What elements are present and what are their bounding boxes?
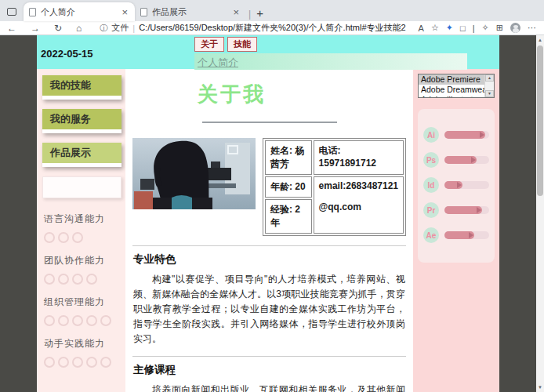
section-title: 主修课程 bbox=[133, 363, 405, 377]
collections-icon[interactable]: □ bbox=[460, 24, 466, 33]
sidebar-item-label: 我的服务 bbox=[42, 109, 121, 129]
rating-dot-icon bbox=[44, 232, 55, 243]
sidebar-item-empty[interactable] bbox=[42, 176, 121, 198]
skill-fill bbox=[444, 131, 485, 139]
tab-separator: | bbox=[248, 9, 251, 20]
tab-close-icon[interactable]: × bbox=[231, 6, 241, 18]
tab-skills[interactable]: 技能 bbox=[227, 37, 257, 52]
page-favicon-icon bbox=[29, 8, 36, 16]
ability-label: 语言沟通能力 bbox=[44, 212, 125, 226]
ability-rating bbox=[44, 274, 125, 286]
tab-title: 个人简介 bbox=[41, 6, 120, 18]
listbox-option[interactable]: Adobe Dreamweaver bbox=[419, 85, 484, 95]
scroll-up-icon[interactable]: ▲ bbox=[536, 35, 544, 45]
scrollbar-thumb[interactable] bbox=[537, 45, 543, 196]
skill-track bbox=[444, 181, 489, 189]
extension-icon[interactable]: ✦ bbox=[446, 23, 453, 33]
listbox-option[interactable]: Adobe illustrator bbox=[419, 95, 484, 97]
more-menu-icon[interactable]: ⋯ bbox=[528, 23, 536, 33]
skill-fill bbox=[444, 231, 474, 239]
profile-link[interactable]: 个人简介 bbox=[198, 56, 238, 68]
ability-item: 组织管理能力 bbox=[44, 296, 125, 328]
skills-panel: Adobe Premiere Adobe Dreamweaver Adobe i… bbox=[413, 69, 499, 392]
skill-track bbox=[444, 206, 489, 214]
software-listbox[interactable]: Adobe Premiere Adobe Dreamweaver Adobe i… bbox=[418, 74, 495, 98]
section-features: 专业特色 构建"以赛促学、项目导向"的人才培养模式，培养网站、视频、新媒体融合的… bbox=[132, 245, 406, 347]
app-badge-ae: Ae bbox=[423, 227, 439, 243]
tab-about[interactable]: 关于 bbox=[194, 37, 224, 52]
browser-titlebar: 个人简介 × 作品展示 × | + bbox=[0, 0, 544, 21]
email-line: @qq.com bbox=[319, 201, 398, 212]
favorite-icon[interactable]: ☆ bbox=[431, 23, 439, 33]
address-divider: | bbox=[132, 24, 135, 33]
browser-tab-profile[interactable]: 个人简介 × bbox=[24, 2, 135, 21]
table-row: 姓名: 杨茜芳 电话: 15971891712 bbox=[265, 140, 404, 175]
skill-fill bbox=[444, 181, 462, 189]
date-label: 2022-05-15 bbox=[41, 48, 93, 60]
forward-icon[interactable]: → bbox=[24, 23, 47, 34]
skill-row: Ps bbox=[423, 152, 489, 168]
scroll-down-icon[interactable]: ▼ bbox=[536, 383, 544, 392]
rating-dot-icon bbox=[58, 315, 69, 326]
toolbar-divider: | bbox=[473, 24, 475, 33]
split-screen-icon[interactable]: ⊞ bbox=[496, 23, 503, 33]
tab-title: 作品展示 bbox=[152, 6, 231, 18]
rating-dot-icon bbox=[72, 232, 83, 243]
read-aloud-icon[interactable]: A bbox=[419, 24, 424, 33]
address-scheme-label: 文件 bbox=[111, 22, 129, 34]
skill-row: Ae bbox=[423, 227, 489, 243]
email-cell: email:2683487121 @qq.com bbox=[314, 176, 404, 234]
new-tab-button[interactable]: + bbox=[253, 6, 270, 21]
rating-dot-icon bbox=[72, 274, 83, 285]
app-badge-ps: Ps bbox=[423, 152, 439, 168]
skill-fill bbox=[444, 156, 477, 164]
skill-row: Ai bbox=[423, 127, 489, 143]
top-banner: 2022-05-15 关于 技能 个人简介 bbox=[37, 35, 499, 69]
ability-label: 组织管理能力 bbox=[44, 296, 125, 309]
refresh-icon[interactable]: ↻ bbox=[47, 23, 69, 34]
ability-item: 语言沟通能力 bbox=[44, 212, 125, 245]
rating-dot-icon bbox=[72, 315, 83, 326]
rating-dot-icon bbox=[58, 357, 69, 368]
scroll-down-icon[interactable]: ▼ bbox=[485, 90, 494, 97]
banner-nav: 关于 技能 个人简介 bbox=[194, 37, 467, 70]
skill-row: Id bbox=[423, 177, 489, 193]
main-content: 关于我 bbox=[125, 69, 413, 392]
browser-toolbar: ← → ↻ ⌂ ⓘ 文件 | C:/Users/86159/Desktop/新建… bbox=[0, 21, 544, 35]
tab-actions-button[interactable] bbox=[0, 2, 24, 21]
profile-photo bbox=[132, 138, 256, 209]
listbox-option[interactable]: Adobe Premiere bbox=[419, 74, 484, 85]
back-icon[interactable]: ← bbox=[0, 23, 24, 34]
tab-actions-icon bbox=[7, 8, 16, 16]
ability-item: 动手实践能力 bbox=[44, 337, 125, 369]
tab-close-icon[interactable]: × bbox=[120, 6, 129, 18]
sidebar-item-portfolio[interactable]: 作品展示 bbox=[42, 143, 121, 167]
sidebar-item-services[interactable]: 我的服务 bbox=[42, 109, 121, 133]
browser-tab-portfolio[interactable]: 作品展示 × bbox=[135, 2, 246, 21]
home-icon[interactable]: ⌂ bbox=[69, 23, 89, 34]
ability-item: 团队协作能力 bbox=[44, 254, 125, 286]
listbox-scrollbar[interactable]: ▲ ▼ bbox=[484, 74, 494, 97]
section-body: 培养面向新闻和出版业、互联网和相关服务业，及其他新闻出版、文化工作人员；主要是各… bbox=[133, 383, 405, 392]
scroll-up-icon[interactable]: ▲ bbox=[485, 74, 494, 82]
address-bar[interactable]: ⓘ 文件 | C:/Users/86159/Desktop/新建文件夹%20(3… bbox=[89, 22, 413, 34]
heading-divider bbox=[202, 122, 337, 123]
sidebar-item-skills[interactable]: 我的技能 bbox=[42, 75, 121, 100]
rating-dot-icon bbox=[86, 315, 97, 326]
app-badge-id: Id bbox=[423, 177, 439, 193]
page-info-icon[interactable]: ⓘ bbox=[100, 23, 107, 34]
phone-cell: 电话: 15971891712 bbox=[314, 140, 404, 175]
profile-avatar-icon[interactable] bbox=[510, 23, 520, 33]
link-bar: 个人简介 bbox=[194, 53, 467, 70]
app-badge-pr: Pr bbox=[423, 202, 439, 218]
ability-label: 动手实践能力 bbox=[44, 337, 125, 350]
rating-dot-icon bbox=[86, 274, 97, 285]
experience-cell: 经验: 2年 bbox=[265, 199, 312, 234]
sparkle-icon[interactable]: ✧ bbox=[482, 23, 489, 33]
skill-track bbox=[444, 231, 489, 239]
section-body: 构建"以赛促学、项目导向"的人才培养模式，培养网站、视频、新媒体融合的全媒体人才… bbox=[133, 272, 405, 347]
ability-rating bbox=[44, 357, 125, 369]
page-scrollbar[interactable]: ▲ ▼ bbox=[536, 35, 544, 392]
skill-fill bbox=[444, 206, 482, 214]
rating-dot-icon bbox=[72, 357, 83, 368]
